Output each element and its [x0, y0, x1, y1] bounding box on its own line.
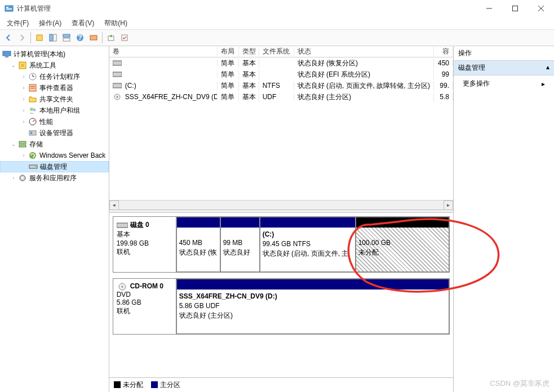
legend: 未分配 主分区 [109, 377, 453, 392]
partition[interactable]: 99 MB状态良好 [220, 217, 260, 272]
col-filesystem[interactable]: 文件系统 [259, 47, 294, 56]
drive-icon [113, 60, 122, 66]
content-area: 卷 布局 类型 文件系统 状态 容 简单 基本 状态良好 (恢复分区) 450 … [109, 46, 454, 392]
tree-device-manager[interactable]: 设备管理器 [0, 127, 109, 139]
volume-list-header: 卷 布局 类型 文件系统 状态 容 [109, 46, 453, 57]
svg-rect-42 [117, 223, 128, 228]
svg-rect-23 [30, 86, 35, 87]
svg-rect-8 [50, 34, 52, 41]
minimize-button[interactable] [476, 0, 502, 17]
expander-closed-icon[interactable]: › [20, 152, 27, 159]
actions-header: 操作 [454, 46, 554, 61]
toolbar-icon-5[interactable] [105, 32, 117, 44]
toolbar-icon-1[interactable] [33, 32, 46, 44]
svg-rect-7 [37, 35, 42, 41]
close-button[interactable] [528, 0, 554, 17]
collapse-icon[interactable]: ▴ [546, 63, 549, 73]
navigation-tree: 计算机管理(本地) ⌄ 系统工具 › 任务计划程序 › 事件查看器 › 共享文件… [0, 46, 109, 392]
cdrom-icon [117, 283, 128, 291]
expander-closed-icon[interactable]: › [20, 96, 27, 103]
actions-section[interactable]: 磁盘管理 ▴ [454, 61, 554, 75]
chevron-right-icon: ▸ [542, 80, 545, 88]
volume-row[interactable]: SSS_X64FRE_ZH-CN_DV9 (D:) 简单 基本 UDF 状态良好… [109, 91, 453, 103]
backup-icon [28, 151, 37, 160]
volume-row[interactable]: (C:) 简单 基本 NTFS 状态良好 (启动, 页面文件, 故障转储, 主分… [109, 80, 453, 91]
clock-icon [28, 72, 37, 81]
toolbar-icon-3[interactable] [60, 32, 73, 44]
volume-row[interactable]: 简单 基本 状态良好 (EFI 系统分区) 99 [109, 69, 453, 80]
actions-more[interactable]: 更多操作 ▸ [454, 75, 554, 92]
tree-system-tools[interactable]: ⌄ 系统工具 [0, 60, 109, 71]
svg-rect-19 [5, 56, 8, 57]
svg-point-41 [116, 96, 118, 98]
expander-closed-icon[interactable]: › [20, 84, 27, 91]
tree-root[interactable]: 计算机管理(本地) [0, 48, 109, 60]
svg-rect-18 [3, 51, 11, 56]
cdrom-icon [113, 93, 122, 100]
col-status[interactable]: 状态 [294, 47, 434, 56]
toolbar-icon-4[interactable] [87, 32, 100, 44]
scroll-right-icon[interactable]: ► [444, 201, 453, 210]
svg-rect-37 [113, 61, 122, 65]
svg-point-26 [33, 109, 36, 112]
svg-rect-2 [6, 8, 12, 10]
tree-performance[interactable]: › 性能 [0, 116, 109, 127]
watermark: CSDN @莫非豕虎 [490, 378, 549, 389]
svg-point-25 [30, 108, 33, 111]
expander-open-icon[interactable]: ⌄ [10, 62, 17, 69]
col-volume[interactable]: 卷 [109, 47, 218, 56]
tree-event-viewer[interactable]: › 事件查看器 [0, 82, 109, 93]
drive-icon [113, 82, 122, 89]
svg-rect-4 [513, 6, 518, 11]
svg-text:?: ? [78, 34, 82, 42]
col-layout[interactable]: 布局 [218, 47, 239, 56]
horizontal-scrollbar[interactable]: ◄ ► [109, 200, 453, 210]
svg-rect-39 [113, 83, 122, 88]
menu-file[interactable]: 文件(F) [2, 17, 33, 29]
toolbar: ? [0, 29, 554, 46]
services-icon [18, 173, 27, 182]
volume-list: 卷 布局 类型 文件系统 状态 容 简单 基本 状态良好 (恢复分区) 450 … [109, 46, 453, 210]
toolbar-icon-6[interactable] [118, 32, 131, 44]
help-icon[interactable]: ? [74, 32, 86, 44]
expander-closed-icon[interactable]: › [20, 118, 27, 125]
drive-icon [113, 71, 122, 78]
toolbar-icon-2[interactable] [47, 32, 59, 44]
menu-view[interactable]: 查看(V) [67, 17, 99, 29]
svg-rect-31 [19, 145, 26, 147]
disk-row[interactable]: CD-ROM 0 DVD 5.86 GB 联机 SSS_X64FRE_ZH-CN… [113, 278, 450, 335]
menubar: 文件(F) 操作(A) 查看(V) 帮助(H) [0, 17, 554, 29]
expander-closed-icon[interactable]: › [20, 107, 27, 114]
back-button[interactable] [2, 32, 15, 44]
expander-open-icon[interactable]: ⌄ [10, 141, 17, 148]
tree-local-users[interactable]: › 本地用户和组 [0, 105, 109, 116]
scroll-left-icon[interactable]: ◄ [109, 201, 119, 210]
volume-row[interactable]: 简单 基本 状态良好 (恢复分区) 450 [109, 57, 453, 69]
partition[interactable]: 450 MB状态良好 (恢 [176, 217, 220, 272]
svg-rect-1 [6, 7, 8, 8]
app-icon [5, 4, 14, 13]
forward-button[interactable] [16, 32, 28, 44]
col-capacity[interactable]: 容 [434, 47, 453, 56]
disk-icon [29, 162, 38, 171]
menu-help[interactable]: 帮助(H) [100, 17, 132, 29]
tree-task-scheduler[interactable]: › 任务计划程序 [0, 71, 109, 82]
partition[interactable]: (C:)99.45 GB NTFS状态良好 (启动, 页面文件, 主 [260, 217, 356, 272]
tree-storage[interactable]: ⌄ 存储 [0, 139, 109, 150]
svg-rect-38 [113, 72, 122, 77]
col-type[interactable]: 类型 [239, 47, 259, 56]
folder-icon [28, 95, 37, 104]
disk-row[interactable]: 磁盘 0 基本 199.98 GB 联机 450 MB状态良好 (恢 99 MB… [113, 216, 450, 273]
menu-action[interactable]: 操作(A) [34, 17, 66, 29]
partition[interactable]: SSS_X64FRE_ZH-CN_DV9 (D:)5.86 GB UDF状态良好… [176, 279, 449, 334]
tree-disk-management[interactable]: 磁盘管理 [0, 161, 109, 172]
expander-closed-icon[interactable]: › [20, 73, 27, 80]
partition-unallocated[interactable]: 100.00 GB未分配 [356, 217, 449, 272]
tree-wsb[interactable]: › Windows Server Back [0, 150, 109, 161]
maximize-button[interactable] [502, 0, 528, 17]
tree-shared-folders[interactable]: › 共享文件夹 [0, 93, 109, 105]
tree-services[interactable]: › 服务和应用程序 [0, 172, 109, 184]
actions-pane: 操作 磁盘管理 ▴ 更多操作 ▸ [454, 46, 554, 392]
expander-closed-icon[interactable]: › [10, 175, 17, 181]
legend-swatch-primary [151, 381, 158, 388]
